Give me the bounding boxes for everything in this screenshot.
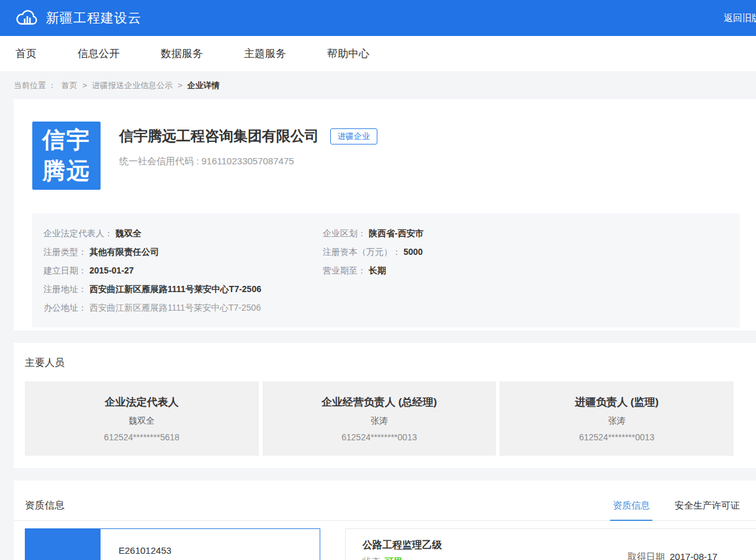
nav-item-help-center[interactable]: 帮助中心 [327,47,369,61]
field-value: 魏双全 [115,228,142,238]
tab-safety-production-license[interactable]: 安全生产许可证 [672,500,742,521]
person-name: 张涛 [371,416,388,427]
status-value: 可用 [385,556,402,560]
person-id-number: 612524********0013 [341,432,416,442]
field-label: 注册类型： [43,247,87,257]
field-legal-representative: 企业法定代表人：魏双全 [43,224,323,242]
breadcrumb-separator: > [178,81,182,90]
person-role: 进疆负责人 (监理) [575,395,659,409]
certificate-list-item[interactable]: E261012453 [25,528,320,560]
main-nav: 首页 信息公开 数据服务 主题服务 帮助中心 [0,36,756,71]
tab-qualification-info[interactable]: 资质信息 [610,500,652,521]
company-logo-text-line1: 信宇 [42,125,91,156]
company-logo-text-line2: 腾远 [42,156,91,187]
field-value: 2015-01-27 [89,265,134,275]
date-value: 2017-08-17 [670,551,718,560]
field-office-address: 办公地址：西安曲江新区雁展路1111号莱安中心T7-2506 [43,298,740,317]
enterprise-badge: 进疆企业 [330,128,377,144]
credit-code-value: 916110233057087475 [202,156,294,166]
breadcrumb-current-page: 企业详情 [187,80,220,91]
top-header-bar: 新疆工程建设云 返回旧版 [0,0,756,36]
field-label: 营业期至： [323,265,366,275]
field-value: 5000 [403,247,423,257]
certificate-status: 状态可用 [362,556,402,560]
credit-code-label: 统一社会信用代码 : [119,156,199,166]
certificate-date: 取得日期2017-08-17 [628,551,718,560]
person-name: 张涛 [608,416,626,427]
nav-item-home[interactable]: 首页 [16,47,37,61]
field-value: 长期 [369,265,386,275]
qualification-section-title: 资质信息 [25,499,65,512]
field-establish-date: 建立日期：2015-01-27 [43,261,323,280]
field-registered-address: 注册地址：西安曲江新区雁展路1111号莱安中心T7-2506 [43,280,740,298]
field-value: 陕西省-西安市 [369,228,424,238]
person-card-xinjiang-supervisor: 进疆负责人 (监理) 张涛 612524********0013 [500,381,734,456]
date-label: 取得日期 [628,551,665,560]
company-info-section: 信宇 腾远 信宇腾远工程咨询集团有限公司 进疆企业 统一社会信用代码 : 916… [14,99,756,331]
nav-item-data-services[interactable]: 数据服务 [161,47,203,61]
certificate-number: E261012453 [119,545,171,556]
nav-item-info-disclosure[interactable]: 信息公开 [78,47,120,61]
nav-item-topic-services[interactable]: 主题服务 [244,47,286,61]
certificate-detail-card: 公路工程监理乙级 状态可用 取得日期2017-08-17 [345,528,756,560]
back-to-old-version-link[interactable]: 返回旧版 [721,0,756,36]
qualification-section: 资质信息 资质信息 安全生产许可证 E261012453 公路工程监理乙级 状态… [14,481,756,560]
brand[interactable]: 新疆工程建设云 [0,9,142,27]
field-label: 企业法定代表人： [43,228,113,238]
cloud-logo-icon [15,9,38,27]
field-label: 建立日期： [43,265,87,275]
field-value: 其他有限责任公司 [89,247,159,257]
person-name: 魏双全 [128,416,155,427]
qualification-tabs: 资质信息 安全生产许可证 [610,500,742,521]
breadcrumb-enterprise-list[interactable]: 进疆报送企业信息公示 [92,80,173,91]
person-role: 企业法定代表人 [105,395,179,409]
certificate-name: 公路工程监理乙级 [362,539,442,552]
field-registered-capital: 注册资本（万元）：5000 [323,242,740,261]
field-value: 西安曲江新区雁展路1111号莱安中心T7-2506 [89,284,261,294]
person-card-general-manager: 企业经营负责人 (总经理) 张涛 612524********0013 [263,381,497,456]
field-region: 企业区划：陕西省-西安市 [323,224,740,242]
field-label: 注册资本（万元）： [323,247,401,257]
breadcrumb-home[interactable]: 首页 [61,80,78,91]
company-name: 信宇腾远工程咨询集团有限公司 [119,127,319,146]
status-label: 状态 [362,556,380,560]
field-label: 办公地址： [43,303,87,313]
company-logo: 信宇 腾远 [32,122,101,190]
field-business-term: 营业期至：长期 [323,261,740,280]
field-value: 西安曲江新区雁展路1111号莱安中心T7-2506 [89,303,261,313]
company-detail-box: 企业法定代表人：魏双全 企业区划：陕西省-西安市 注册类型：其他有限责任公司 注… [32,213,740,327]
field-registration-type: 注册类型：其他有限责任公司 [43,242,323,261]
certificate-type-block [25,529,101,560]
field-label: 企业区划： [323,228,366,238]
breadcrumb-separator: > [83,81,88,90]
field-label: 注册地址： [43,284,87,294]
person-role: 企业经营负责人 (总经理) [322,395,437,409]
person-id-number: 612524********0013 [579,432,654,442]
person-card-legal-representative: 企业法定代表人 魏双全 612524********5618 [25,381,259,456]
key-personnel-section: 主要人员 企业法定代表人 魏双全 612524********5618 企业经营… [14,343,756,468]
breadcrumb: 当前位置 ： 首页 > 进疆报送企业信息公示 > 企业详情 [0,71,756,99]
person-id-number: 612524********5618 [104,432,179,442]
site-title: 新疆工程建设云 [46,9,142,27]
breadcrumb-label: 当前位置 ： [14,80,56,91]
personnel-section-title: 主要人员 [25,357,756,370]
